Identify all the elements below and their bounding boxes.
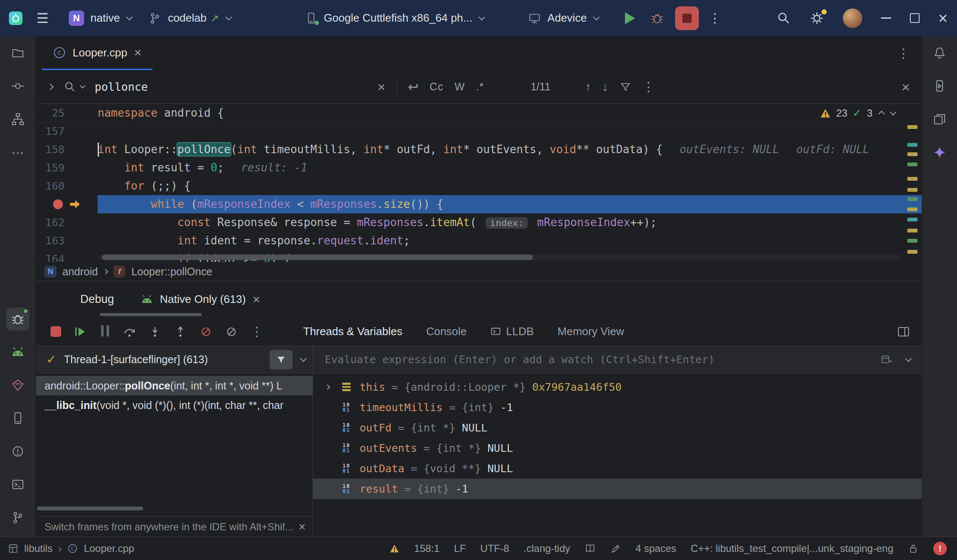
frame-row[interactable]: __libc_init(void *, void (*)(), int (*)(… xyxy=(36,395,312,415)
stripe-mark[interactable] xyxy=(907,162,918,166)
window-close-button[interactable]: × xyxy=(938,10,948,26)
stop-process-icon[interactable] xyxy=(51,326,61,337)
step-out-icon[interactable] xyxy=(174,325,187,338)
code-line-157[interactable]: 157 xyxy=(36,122,922,140)
code-line-159[interactable]: 159 int result = 0;result: -1 xyxy=(36,159,922,177)
more-actions-icon[interactable]: ⋮ xyxy=(706,8,724,29)
frames-scrollbar[interactable] xyxy=(37,507,143,510)
variable-row-result[interactable]: 1001result = {int} -1 xyxy=(313,479,922,499)
close-session-icon[interactable]: × xyxy=(253,293,260,306)
view-breakpoints-icon[interactable] xyxy=(200,325,212,338)
gemini-tool-icon[interactable] xyxy=(928,141,951,164)
stripe-mark[interactable] xyxy=(907,143,918,147)
stripe-mark[interactable] xyxy=(907,207,918,211)
error-stripe[interactable] xyxy=(902,104,922,262)
problems-tool-icon[interactable] xyxy=(6,440,29,463)
next-match-icon[interactable]: ↓ xyxy=(602,80,608,94)
line-number[interactable]: 157 xyxy=(36,122,98,140)
file-encoding[interactable]: UTF-8 xyxy=(480,543,509,554)
device-explorer-tool-icon[interactable] xyxy=(928,108,951,131)
stripe-mark[interactable] xyxy=(907,239,918,243)
pause-program-icon[interactable] xyxy=(99,325,110,338)
vcs-branch-selector[interactable]: codelab ↗ xyxy=(143,8,236,28)
breakpoint-icon[interactable] xyxy=(53,199,63,209)
notifications-bell-icon[interactable] xyxy=(928,42,951,64)
frame-row[interactable]: android::Looper::pollOnce(int, int *, in… xyxy=(36,376,312,395)
code-editor[interactable]: 25 namespace android { 23 ✓ 3 157158int … xyxy=(36,104,922,262)
logcat-tool-icon[interactable] xyxy=(6,341,29,364)
reader-mode-icon[interactable] xyxy=(585,543,596,554)
expand-chevron-icon[interactable] xyxy=(325,384,330,390)
adevice-selector[interactable]: Adevice xyxy=(522,8,604,28)
search-icon[interactable] xyxy=(64,81,84,93)
variable-row-outData[interactable]: 1001outData = {void **} NULL xyxy=(313,458,922,479)
clang-tidy[interactable]: .clang-tidy xyxy=(524,543,570,554)
indent-setting[interactable]: 4 spaces xyxy=(636,543,676,554)
breadcrumb-function[interactable]: Looper::pollOnce xyxy=(131,266,212,278)
search-everywhere-icon[interactable] xyxy=(777,11,791,25)
stripe-mark[interactable] xyxy=(907,177,918,181)
device-selector[interactable]: Google Cuttlefish x86_64 ph... xyxy=(299,8,490,28)
code-line-158[interactable]: 158int Looper::pollOnce(int timeoutMilli… xyxy=(36,140,922,159)
stripe-mark[interactable] xyxy=(907,218,918,221)
filter-frames-button[interactable] xyxy=(270,350,293,370)
step-into-icon[interactable] xyxy=(149,325,161,338)
find-input[interactable]: pollonce xyxy=(95,81,366,93)
line-number[interactable]: 164 xyxy=(36,250,98,262)
code-line-162[interactable]: 162 const Response& response = mResponse… xyxy=(36,213,922,232)
running-devices-tool-icon[interactable] xyxy=(928,75,951,98)
find-expand-icon[interactable] xyxy=(47,84,54,90)
version-control-tool-icon[interactable] xyxy=(6,506,29,529)
terminal-tool-icon[interactable] xyxy=(6,473,29,496)
filter-search-icon[interactable] xyxy=(619,81,631,93)
settings-gear-icon[interactable] xyxy=(810,11,824,25)
evaluate-input[interactable]: Evaluate expression (Enter) or add a wat… xyxy=(325,353,868,366)
line-number[interactable]: 163 xyxy=(36,232,98,250)
line-number[interactable]: 160 xyxy=(36,177,98,195)
debug-tab-memory-view[interactable]: Memory View xyxy=(546,321,636,342)
variable-row-this[interactable]: this = {android::Looper *} 0x7967aa146f5… xyxy=(313,377,922,397)
line-number[interactable]: 158 xyxy=(36,140,98,159)
code-line-161[interactable]: while (mResponseIndex < mResponses.size(… xyxy=(36,195,922,213)
regex-toggle[interactable]: .* xyxy=(476,81,484,93)
code-line-163[interactable]: 163 int ident = response.request.ident; xyxy=(36,232,922,250)
project-selector[interactable]: N native xyxy=(63,7,137,30)
newline-icon[interactable]: ↩ xyxy=(408,79,419,94)
whole-words-toggle[interactable]: W xyxy=(454,81,465,93)
code-line-160[interactable]: 160 for (;;) { xyxy=(36,177,922,195)
evaluate-expression-row[interactable]: Evaluate expression (Enter) or add a wat… xyxy=(313,346,922,373)
breakpoint-gutter[interactable] xyxy=(36,195,98,213)
scrollbar-thumb[interactable] xyxy=(102,255,533,260)
debug-session-tab[interactable]: Native Only (613) × xyxy=(141,293,260,306)
line-number[interactable]: 159 xyxy=(36,159,98,177)
highlighting-level-icon[interactable] xyxy=(610,543,621,554)
app-quality-insights-tool-icon[interactable] xyxy=(6,374,29,397)
lock-icon[interactable] xyxy=(908,543,919,554)
stripe-mark[interactable] xyxy=(907,188,918,192)
more-tool-windows-icon[interactable]: ⋯ xyxy=(6,141,29,164)
stripe-mark[interactable] xyxy=(907,152,918,156)
stripe-mark[interactable] xyxy=(907,229,918,232)
warning-icon[interactable] xyxy=(389,544,400,553)
device-manager-tool-icon[interactable] xyxy=(6,407,29,430)
tabstrip-scrollbar[interactable] xyxy=(100,313,202,316)
stripe-mark[interactable] xyxy=(907,250,918,254)
structure-tool-icon[interactable] xyxy=(6,108,29,131)
stripe-mark[interactable] xyxy=(907,125,918,129)
clear-search-icon[interactable]: × xyxy=(377,80,386,94)
layout-settings-icon[interactable] xyxy=(897,325,910,338)
user-avatar[interactable] xyxy=(843,8,862,28)
inspections-widget[interactable]: 23 ✓ 3 xyxy=(820,106,895,120)
cursor-position[interactable]: 158:1 xyxy=(414,543,439,554)
thread-dropdown-chevron-icon[interactable] xyxy=(300,356,307,362)
previous-problem-icon[interactable] xyxy=(878,111,885,118)
evaluate-chevron-icon[interactable] xyxy=(905,356,912,362)
stop-button[interactable] xyxy=(675,6,699,30)
thread-selector[interactable]: ✓ Thread-1-[surfaceflinger] (613) xyxy=(36,346,312,373)
commit-tool-icon[interactable] xyxy=(6,75,29,98)
find-options-icon[interactable]: ⋮ xyxy=(642,79,655,94)
step-over-icon[interactable] xyxy=(123,325,136,338)
debug-tab-console[interactable]: Console xyxy=(414,321,478,342)
status-file[interactable]: Looper.cpp xyxy=(84,543,134,554)
line-separator[interactable]: LF xyxy=(454,543,466,554)
